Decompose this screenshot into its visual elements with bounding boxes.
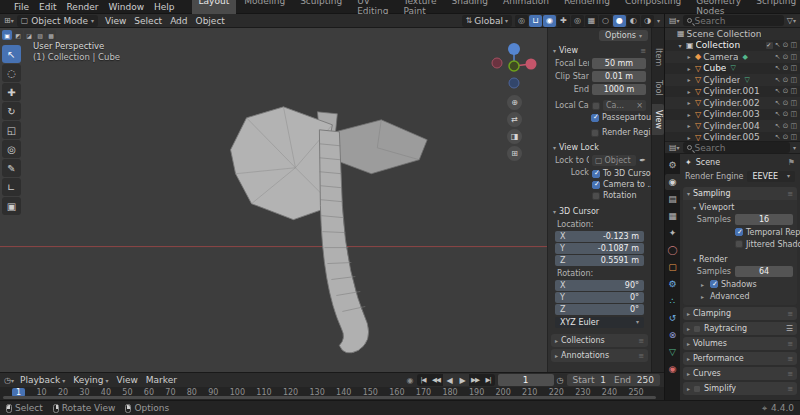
outliner-row[interactable]: ▸ ▽ Cube ▽ ↖ ⊙ ◫ [665,63,800,75]
panel-menu-icon[interactable]: ≡ [787,340,793,348]
viewport-menu[interactable]: Select [130,16,166,26]
viewport-menu[interactable]: Add [166,16,191,26]
jump-to-start-button[interactable]: |◀ [417,374,430,386]
outliner-item-label[interactable]: Camera [703,52,738,62]
sidebar-tab[interactable]: View [652,104,664,135]
world-tab[interactable]: ◯ [665,242,680,258]
chevron-right-icon[interactable]: ▸ [701,281,707,288]
local-camera-field[interactable]: Ca... × [603,100,646,111]
editor-type-button[interactable]: ⊞▾ [4,16,14,25]
measure-tool[interactable]: ∟ [2,178,21,196]
timeline-scrollbar[interactable] [3,396,656,399]
show-gizmos-button[interactable]: ✚ [557,15,570,27]
outliner-row[interactable]: ▸ ◆ Camera ◆ ↖ ⊙ ◫ [665,51,800,63]
clip-end-field[interactable]: 1000 m [592,84,646,95]
shading-rendered-button[interactable]: ◑ [641,15,654,27]
expand-caret-icon[interactable]: ▸ [685,111,693,118]
cursor-rotation-field[interactable]: Y0° [555,292,644,303]
previous-keyframe-button[interactable]: ◀◀ [430,374,443,386]
viewport-samples-field[interactable]: 16 [735,214,793,225]
camera-view-button[interactable]: ◨ [507,129,522,144]
outliner-item-label[interactable]: Cylinder.003 [703,109,759,119]
panel-menu-icon[interactable]: ≡ [787,385,793,393]
selectable-toggle[interactable]: ↖ [775,110,781,118]
outliner-row[interactable]: ▦ Scene Collection ↖ ⊙ ◫ [665,28,800,40]
panel-menu-icon[interactable]: ≡ [640,47,646,55]
outliner-item-label[interactable]: Collection [696,40,741,50]
expand-caret-icon[interactable]: ▸ [685,134,693,141]
jump-to-end-button[interactable]: ▶| [482,374,495,386]
pin-icon[interactable]: ⚑ [788,158,795,167]
outliner-item-label[interactable]: Scene Collection [687,29,762,39]
topbar-menu[interactable]: Edit [34,2,61,12]
move-tool[interactable]: ✚ [2,83,21,101]
outliner-filter-button[interactable]: ▽▾ [787,16,796,25]
shading-material-button[interactable]: ◐ [627,15,640,27]
outliner-row[interactable]: ▸ ▽ Cylinder.003 ↖ ⊙ ◫ [665,109,800,121]
sampling-panel-header[interactable]: ▾ Sampling ≡ [683,187,797,200]
cursor-rotation-field[interactable]: X90° [555,280,644,291]
outliner-row[interactable]: ▸ ▽ Cylinder.002 ↖ ⊙ ◫ [665,97,800,109]
outliner-row[interactable]: ▾ ▣ Collection ↖ ⊙ ◫ [665,40,800,52]
hide-viewport-toggle[interactable]: ⊙ [783,76,789,84]
selectable-toggle[interactable]: ↖ [775,41,781,49]
panel-menu-icon[interactable]: ≡ [787,310,793,318]
shading-wireframe-button[interactable]: ○ [599,15,612,27]
transform-tool[interactable]: ◎ [2,140,21,158]
panel-menu-icon[interactable]: ≡ [638,337,644,345]
lock-option-checkbox[interactable] [592,192,600,200]
disable-render-toggle[interactable]: ◫ [790,76,797,84]
scene-tab[interactable]: ✦ [665,225,680,241]
panel-menu-icon[interactable]: ≡ [787,370,793,378]
lock-option-checkbox[interactable] [592,170,600,178]
properties-editor-type-button[interactable]: ▤▾ [669,143,680,152]
jittered-shadows-checkbox[interactable] [735,240,743,248]
selectable-toggle[interactable]: ↖ [775,99,781,107]
collection-checkbox[interactable] [766,42,773,49]
cursor-location-field[interactable]: Z0.5591 m [555,255,644,266]
render-engine-dropdown[interactable]: EEVEE ▾ [747,171,795,182]
timeline-menu[interactable]: Marker▾ [142,375,181,385]
collapsed-panel-header[interactable]: ▸ Annotations ≡ [551,349,648,362]
panel-menu-icon[interactable]: ≡ [787,355,793,363]
physics-tab[interactable]: ↺ [665,310,680,326]
viewport-menu[interactable]: Object [192,16,229,26]
topbar-menu[interactable]: File [9,2,34,12]
lock-object-field[interactable]: ▢ Object [592,155,636,166]
outliner-item-label[interactable]: Cylinder.005 [703,132,759,141]
select-mode-invert[interactable]: ▨ [35,30,45,40]
disable-render-toggle[interactable]: ◫ [790,110,797,118]
outliner-item-label[interactable]: Cylinder [703,75,740,85]
timeline-menu[interactable]: View▾ [112,375,141,385]
timeline-menu[interactable]: Playback▾ [16,375,69,385]
topbar-menu[interactable]: Render [62,2,104,12]
tool-tab[interactable]: ⚙ [665,157,680,173]
viewport-menu[interactable]: View [101,16,130,26]
collapsed-panel-header[interactable]: ▸ Collections ≡ [551,334,648,347]
proportional-editing-button[interactable]: ◉ [543,15,556,27]
property-section-header[interactable]: ▸ Curves ☰ ≡ [683,367,797,380]
hide-viewport-toggle[interactable]: ⊙ [783,87,789,95]
outliner-item-label[interactable]: Cube [703,63,726,73]
outliner-row[interactable]: ▸ ▽ Cylinder ▽ ↖ ⊙ ◫ [665,74,800,86]
auto-keying-button[interactable]: ◉ [407,376,414,385]
current-frame-field[interactable]: 1 [498,374,554,386]
passepartout-checkbox[interactable] [591,114,599,122]
section-checkbox[interactable] [693,325,701,333]
view-layer-tab[interactable]: ▦ [665,208,680,224]
expand-caret-icon[interactable]: ▾ [676,42,684,49]
transform-orientation-selector[interactable]: ⇅ Global ▾ [462,15,512,27]
rotation-order-dropdown[interactable]: XYZ Euler ▾ [555,317,644,328]
outliner-search-input[interactable]: Search [683,15,784,26]
disable-render-toggle[interactable]: ◫ [790,122,797,130]
render-tab[interactable]: ◉ [665,174,680,190]
topbar-menu[interactable]: Help [149,2,180,12]
material-tab[interactable]: ◉ [665,361,680,377]
scale-tool[interactable]: ◱ [2,121,21,139]
render-region-checkbox[interactable] [591,129,599,137]
timeline-ruler[interactable]: 1 10203040506070809010011012013014015016… [0,387,664,400]
clip-start-field[interactable]: 0.01 m [592,71,646,82]
eyedropper-icon[interactable]: ✒ [639,156,646,165]
expand-caret-icon[interactable]: ▸ [685,122,693,129]
shadows-checkbox[interactable] [710,280,718,288]
